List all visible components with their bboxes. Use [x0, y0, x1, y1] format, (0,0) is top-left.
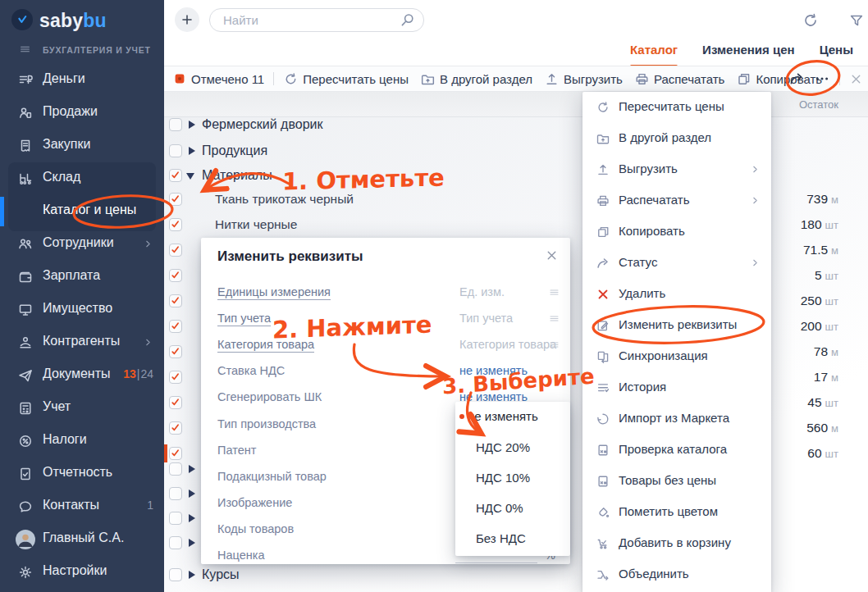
menu-item-12[interactable]: Проверка каталога — [582, 435, 771, 466]
more-actions-icon[interactable] — [814, 71, 830, 87]
row-checkbox[interactable] — [169, 118, 182, 131]
folder-name[interactable]: Фермерский дворик — [202, 117, 322, 132]
modal-close-icon[interactable] — [545, 248, 559, 262]
menu-item-6[interactable]: Статус — [582, 248, 771, 279]
status-arrow-icon[interactable] — [788, 71, 805, 87]
row-checkbox[interactable] — [169, 193, 182, 206]
menu-item-14[interactable]: Пометить цветом — [582, 497, 771, 528]
folder-row[interactable]: Продукция — [164, 140, 607, 162]
sidebar-item-property[interactable]: Имущество — [0, 294, 164, 326]
sidebar-item-warehouse[interactable]: Склад — [0, 162, 164, 195]
sidebar-item-documents[interactable]: Документы13|24 — [0, 359, 164, 392]
row-checkbox[interactable] — [169, 269, 182, 282]
tab-prices[interactable]: Цены — [820, 41, 853, 62]
row-checkbox[interactable] — [169, 371, 182, 384]
expand-triangle-icon[interactable] — [189, 514, 195, 522]
sidebar-item-salary[interactable]: Зарплата — [0, 261, 164, 294]
search-box[interactable] — [209, 8, 424, 32]
expand-triangle-icon[interactable] — [189, 121, 195, 129]
toolbar-action-refresh[interactable]: Пересчитать цены — [283, 71, 409, 87]
collapse-triangle-icon[interactable] — [186, 173, 194, 180]
saby-logo-icon[interactable] — [11, 9, 33, 30]
field-label[interactable]: Единицы измерения — [217, 285, 331, 300]
sidebar-item-user[interactable]: Главный С.А. — [0, 523, 164, 556]
row-checkbox[interactable] — [169, 144, 182, 157]
folder-name[interactable]: Материалы — [202, 168, 272, 183]
sidebar-item-settings[interactable]: Настройки — [0, 556, 164, 589]
field-placeholder[interactable]: Категория товара — [459, 338, 556, 351]
field-label[interactable]: Тип учета — [217, 312, 271, 326]
menu-item-4[interactable]: Распечатать — [582, 185, 771, 216]
row-checkbox[interactable] — [169, 462, 182, 476]
field-placeholder[interactable]: Ед. изм. — [459, 285, 505, 298]
vat-option-5[interactable]: Без НДС — [455, 526, 570, 551]
row-checkbox[interactable] — [169, 512, 182, 525]
expand-triangle-icon[interactable] — [189, 147, 195, 155]
saby-logo-text[interactable]: sabybu — [39, 10, 107, 32]
field-label[interactable]: Категория товара — [217, 338, 314, 353]
sidebar-item-purchases[interactable]: Закупки — [0, 130, 164, 162]
menu-item-3[interactable]: Выгрузить — [582, 154, 771, 185]
workspace-label[interactable]: БУХГАЛТЕРИЯ И УЧЕТ — [43, 45, 151, 55]
folder-row[interactable]: Материалы — [164, 165, 607, 186]
expand-triangle-icon[interactable] — [189, 539, 195, 547]
menu-item-7[interactable]: Удалить — [582, 279, 771, 310]
add-button[interactable] — [175, 7, 199, 32]
search-input[interactable] — [222, 11, 381, 30]
row-checkbox[interactable] — [169, 294, 182, 307]
row-checkbox[interactable] — [169, 169, 182, 182]
folder-name[interactable]: Курсы — [202, 567, 240, 582]
row-checkbox[interactable] — [169, 568, 182, 581]
row-checkbox[interactable] — [169, 218, 182, 231]
refresh-icon[interactable] — [802, 11, 820, 30]
row-checkbox[interactable] — [169, 421, 182, 435]
sidebar-item-catalog[interactable]: Каталог и цены — [0, 195, 164, 228]
tab-price-changes[interactable]: Изменения цен — [702, 41, 795, 62]
field-input-underline[interactable] — [455, 562, 537, 563]
sidebar-item-sales[interactable]: Продажи — [0, 97, 164, 130]
row-checkbox[interactable] — [169, 345, 182, 358]
drag-handle-icon[interactable] — [548, 312, 560, 325]
selected-counter[interactable]: Отмечено 11 — [172, 71, 264, 86]
vat-option-2[interactable]: НДС 20% — [455, 435, 570, 460]
folder-row[interactable]: Фермерский дворик — [164, 114, 607, 135]
row-checkbox[interactable] — [169, 536, 182, 549]
menu-item-10[interactable]: История — [582, 372, 771, 403]
menu-item-2[interactable]: В другой раздел — [582, 123, 771, 154]
row-checkbox[interactable] — [169, 396, 182, 409]
sidebar-item-employees[interactable]: Сотрудники — [0, 228, 164, 261]
folder-row[interactable]: Курсы — [164, 564, 410, 585]
toolbar-action-folder[interactable]: В другой раздел — [420, 71, 532, 87]
drag-handle-icon[interactable] — [548, 339, 560, 351]
menu-item-13[interactable]: Товары без цены — [582, 466, 771, 497]
close-selection-icon[interactable] — [849, 72, 863, 86]
menu-item-9[interactable]: Синхронизация — [582, 341, 771, 372]
menu-item-16[interactable]: Объединить — [582, 559, 771, 590]
row-checkbox[interactable] — [169, 244, 182, 257]
drag-handle-icon[interactable] — [548, 286, 560, 298]
sidebar-item-money[interactable]: Деньги — [0, 64, 164, 97]
filter-icon[interactable] — [848, 12, 865, 29]
menu-item-15[interactable]: Добавить в корзину — [582, 528, 771, 559]
field-value-link[interactable]: не изменять — [459, 364, 528, 377]
menu-icon[interactable] — [18, 43, 32, 55]
sidebar-item-reports[interactable]: Отчетность — [0, 458, 164, 490]
sidebar-item-accounting[interactable]: Учет — [0, 392, 164, 425]
expand-triangle-icon[interactable] — [189, 490, 195, 498]
menu-item-1[interactable]: Пересчитать цены — [582, 92, 771, 123]
vat-option-1[interactable]: не изменять — [455, 404, 570, 429]
item-name[interactable]: Ткань трикотаж черный — [215, 192, 354, 207]
vat-option-4[interactable]: НДС 0% — [455, 496, 570, 521]
expand-triangle-icon[interactable] — [189, 571, 195, 579]
toolbar-action-printer[interactable]: Распечатать — [634, 71, 725, 87]
search-icon[interactable] — [400, 11, 416, 28]
folder-name[interactable]: Продукция — [202, 143, 267, 158]
field-placeholder[interactable]: Тип учета — [459, 312, 513, 325]
expand-triangle-icon[interactable] — [189, 465, 195, 473]
sidebar-item-taxes[interactable]: Налоги — [0, 425, 164, 458]
sidebar-item-contacts[interactable]: Контакты1 — [0, 490, 164, 523]
menu-item-8[interactable]: Изменить реквизиты — [582, 310, 771, 341]
menu-item-5[interactable]: Копировать — [582, 216, 771, 248]
toolbar-action-upload[interactable]: Выгрузить — [544, 71, 623, 87]
row-checkbox[interactable] — [169, 320, 182, 333]
